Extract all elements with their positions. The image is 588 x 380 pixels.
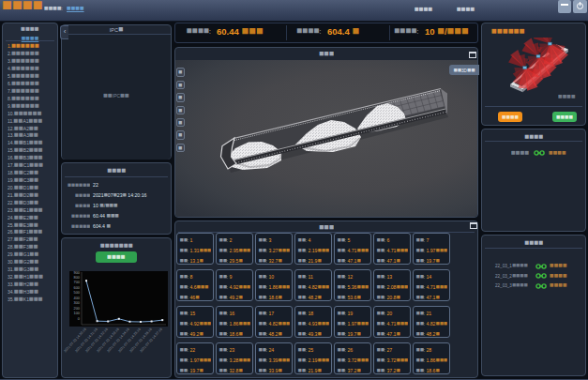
svg-text:600: 600 <box>74 285 81 290</box>
svg-text:400: 400 <box>74 296 81 300</box>
svg-text:500: 500 <box>74 290 81 295</box>
svg-text:100: 100 <box>74 311 81 315</box>
svg-text:800: 800 <box>74 275 81 280</box>
svg-text:200: 200 <box>74 306 81 311</box>
svg-text:300: 300 <box>74 300 81 305</box>
svg-text:700: 700 <box>74 280 81 284</box>
svg-text:900: 900 <box>74 270 81 275</box>
